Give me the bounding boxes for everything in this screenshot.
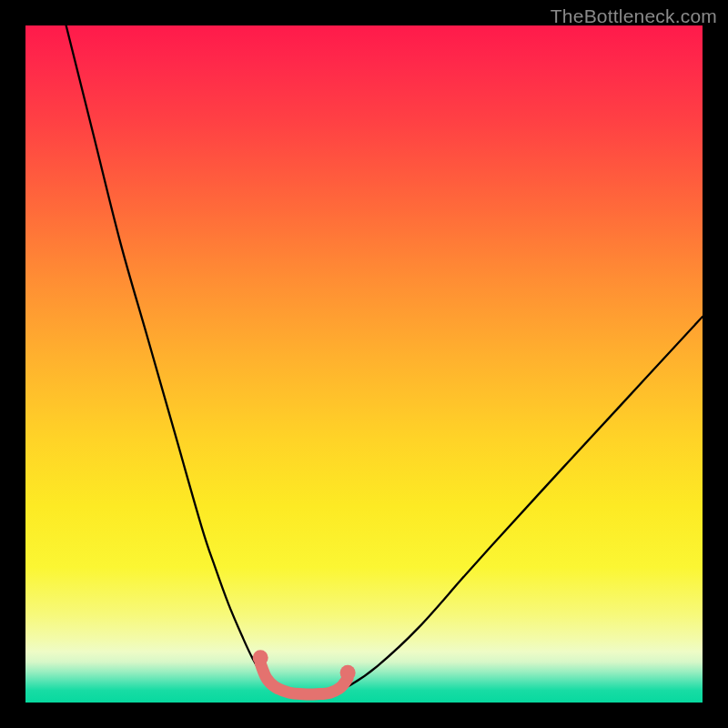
outer-frame: TheBottleneck.com bbox=[0, 0, 728, 728]
bottleneck-curve bbox=[25, 25, 703, 703]
flat-region-stroke bbox=[260, 663, 348, 694]
flat-region-dot-left bbox=[253, 650, 268, 665]
plot-area bbox=[25, 25, 703, 703]
flat-region-dot-right bbox=[340, 665, 356, 681]
bottleneck-curve-path bbox=[66, 25, 703, 694]
watermark-text: TheBottleneck.com bbox=[551, 5, 717, 27]
